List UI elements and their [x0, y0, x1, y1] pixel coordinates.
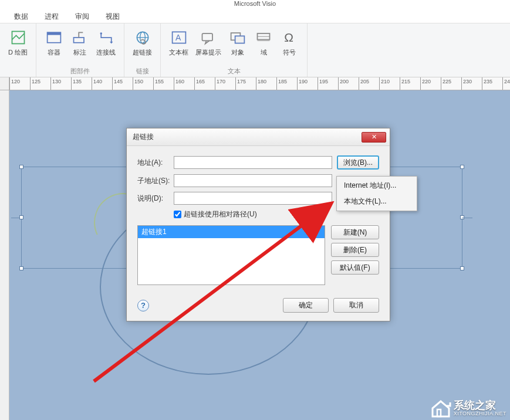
ribbon-group-text: A 文本框 屏幕提示 对象 域 Ω 符号 文本 [161, 23, 308, 77]
ok-button[interactable]: 确定 [283, 298, 329, 313]
ruler-tick: 170 [215, 77, 215, 90]
svg-rect-18 [437, 409, 441, 416]
ruler-tick: 140 [92, 77, 92, 90]
ruler-tick: 125 [30, 77, 31, 90]
dialog-close-button[interactable]: ✕ [362, 132, 386, 143]
container-button[interactable]: 容器 [41, 26, 67, 59]
tab-review[interactable]: 审阅 [67, 9, 97, 24]
dialog-footer: ? 确定 取消 [127, 292, 390, 321]
resize-handle-mr[interactable] [460, 215, 464, 219]
address-label: 地址(A): [137, 158, 174, 168]
draw-label: D 绘图 [8, 48, 28, 57]
ruler-tick: 190 [297, 77, 298, 90]
svg-text:A: A [175, 33, 181, 42]
ruler-tick: 225 [441, 77, 441, 90]
ruler-corner [0, 77, 9, 90]
address-input[interactable] [174, 156, 332, 169]
resize-handle-tr[interactable] [460, 165, 464, 169]
textbox-button[interactable]: A 文本框 [166, 26, 192, 59]
menu-internet-address[interactable]: Internet 地址(I)... [338, 178, 416, 194]
watermark-logo-icon [430, 399, 451, 418]
symbol-icon: Ω [280, 28, 299, 47]
ruler-tick: 240 [502, 77, 503, 90]
symbol-button[interactable]: Ω 符号 [276, 26, 302, 59]
object-label: 对象 [231, 48, 244, 57]
description-input[interactable] [174, 192, 332, 205]
horizontal-ruler: 1201251301351401451501551601651701751801… [0, 77, 510, 90]
group-link-label: 链接 [136, 66, 149, 76]
ruler-tick: 165 [194, 77, 195, 90]
draw-button[interactable]: D 绘图 [5, 26, 31, 59]
relative-path-checkbox[interactable] [174, 211, 181, 218]
ruler-tick: 160 [174, 77, 174, 90]
delete-button[interactable]: 删除(E) [331, 243, 379, 257]
ruler-tick: 215 [400, 77, 400, 90]
group-parts-label: 图部件 [70, 66, 90, 76]
symbol-label: 符号 [283, 48, 296, 57]
resize-handle-ml[interactable] [19, 215, 23, 219]
field-label: 域 [261, 48, 267, 57]
ruler-tick: 200 [338, 77, 339, 90]
vertical-ruler [0, 90, 9, 420]
svg-point-4 [100, 32, 102, 35]
default-button[interactable]: 默认值(F) [331, 260, 379, 275]
list-item[interactable]: 超链接1 [138, 226, 325, 238]
ruler-tick: 150 [133, 77, 133, 90]
ribbon-group-draw: D 绘图 [0, 23, 36, 77]
browse-button[interactable]: 浏览(B)... [337, 155, 379, 170]
callout-button[interactable]: 标注 [67, 26, 93, 59]
ruler-tick: 210 [379, 77, 380, 90]
resize-handle-br[interactable] [460, 266, 464, 270]
resize-handle-tl[interactable] [19, 165, 23, 169]
tab-process[interactable]: 进程 [36, 9, 67, 24]
svg-rect-12 [235, 36, 245, 43]
ribbon-body: D 绘图 容器 标注 连接线 图部件 超链接 链 [0, 23, 510, 77]
ribbon-group-parts: 容器 标注 连接线 图部件 [36, 23, 124, 77]
screentip-button[interactable]: 屏幕提示 [192, 26, 225, 59]
subaddress-label: 子地址(S): [137, 176, 174, 186]
field-icon [254, 28, 273, 47]
watermark: 系统之家 XITONGZHIJIA.NET [430, 399, 506, 418]
hyperlink-listbox[interactable]: 超链接1 [137, 225, 325, 285]
help-button[interactable]: ? [137, 300, 149, 311]
draw-icon [9, 28, 28, 47]
help-icon: ? [141, 301, 146, 310]
ruler-tick: 145 [112, 77, 113, 90]
watermark-text-cn: 系统之家 [454, 400, 506, 411]
browse-dropdown: Internet 地址(I)... 本地文件(L)... [336, 176, 417, 211]
connector-icon [97, 28, 116, 47]
tab-data[interactable]: 数据 [6, 9, 36, 24]
ruler-tick: 235 [482, 77, 482, 90]
screentip-label: 屏幕提示 [195, 48, 221, 57]
subaddress-input[interactable] [174, 174, 332, 187]
ribbon-group-link: 超链接 链接 [124, 23, 161, 77]
group-text-label: 文本 [228, 66, 241, 76]
field-button[interactable]: 域 [251, 26, 276, 59]
object-button[interactable]: 对象 [225, 26, 251, 59]
hyperlink-button[interactable]: 超链接 [129, 26, 156, 59]
ruler-tick: 230 [461, 77, 462, 90]
container-label: 容器 [48, 48, 60, 57]
svg-rect-2 [48, 32, 61, 35]
menu-local-file[interactable]: 本地文件(L)... [338, 194, 416, 209]
ribbon-tab-bar: 数据 进程 审阅 视图 [0, 11, 510, 23]
hyperlink-dialog: 超链接 ✕ 地址(A): 浏览(B)... 子地址(S): 说明(D): 超链接… [126, 128, 390, 321]
ruler-tick: 175 [235, 77, 236, 90]
ruler-tick: 130 [50, 77, 51, 90]
connector-label: 连接线 [96, 48, 116, 57]
object-icon [228, 28, 247, 47]
hyperlink-icon [133, 28, 152, 47]
tab-view[interactable]: 视图 [97, 9, 128, 24]
container-icon [45, 28, 63, 47]
connector-button[interactable]: 连接线 [93, 26, 119, 59]
svg-text:Ω: Ω [284, 31, 293, 44]
relative-path-label: 超链接使用相对路径(U) [184, 209, 257, 219]
new-button[interactable]: 新建(N) [331, 225, 379, 239]
dialog-titlebar[interactable]: 超链接 ✕ [127, 128, 390, 146]
callout-label: 标注 [73, 48, 86, 57]
resize-handle-bl[interactable] [19, 266, 23, 270]
cancel-button[interactable]: 取消 [333, 298, 379, 313]
screentip-icon [199, 28, 218, 47]
ruler-tick: 205 [359, 77, 359, 90]
ruler-tick: 180 [256, 77, 256, 90]
